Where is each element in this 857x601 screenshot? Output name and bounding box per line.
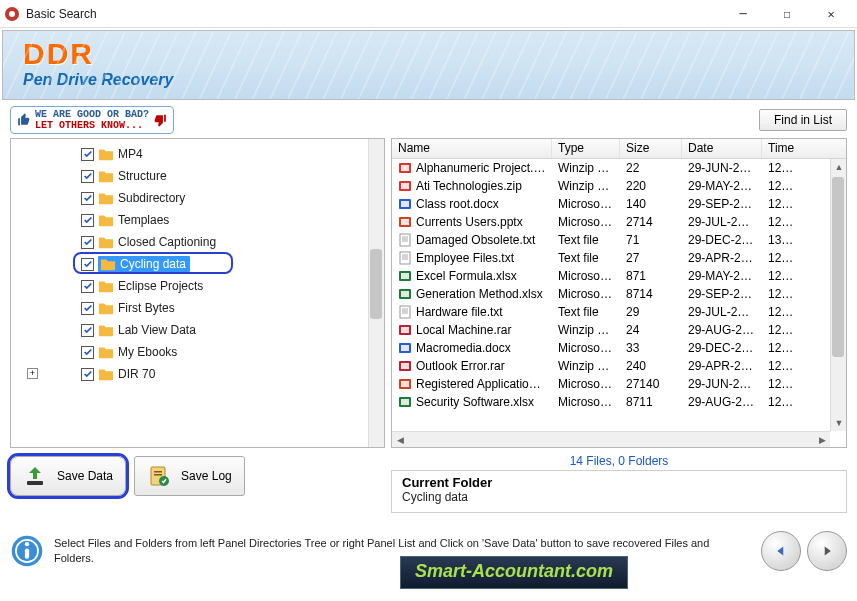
tree-checkbox[interactable] xyxy=(81,324,94,337)
cell-size: 8714 xyxy=(620,285,682,303)
tree-item[interactable]: Eclipse Projects xyxy=(51,275,384,297)
cell-name: Macromedia.docx xyxy=(392,339,552,358)
feedback-line2: LET OTHERS KNOW... xyxy=(35,120,149,131)
list-row[interactable]: Security Software.xlsxMicrosoft...871129… xyxy=(392,393,846,411)
svg-rect-45 xyxy=(25,548,29,558)
list-vscrollbar[interactable]: ▲ ▼ xyxy=(830,159,846,431)
cell-time: 12:50 xyxy=(762,357,802,375)
tree-checkbox[interactable] xyxy=(81,302,94,315)
list-row[interactable]: Local Machine.rarWinzip File2429-AUG-202… xyxy=(392,321,846,339)
tree-checkbox[interactable] xyxy=(81,258,94,271)
thumbs-down-icon xyxy=(153,113,167,127)
tree-label: First Bytes xyxy=(118,301,175,315)
list-row[interactable]: Currents Users.pptxMicrosoft...271429-JU… xyxy=(392,213,846,231)
tree-item[interactable]: Structure xyxy=(51,165,384,187)
cell-type: Microsoft... xyxy=(552,267,620,285)
list-panel: Name Type Size Date Time Alphanumeric Pr… xyxy=(391,138,847,448)
xls-file-icon xyxy=(398,395,412,409)
promo-banner[interactable]: Smart-Accountant.com xyxy=(400,556,628,589)
tree-item[interactable]: Templaes xyxy=(51,209,384,231)
col-time[interactable]: Time xyxy=(762,139,802,158)
cell-date: 29-JUN-2023 xyxy=(682,375,762,393)
scroll-left-arrow[interactable]: ◀ xyxy=(392,432,408,447)
scroll-up-arrow[interactable]: ▲ xyxy=(831,159,846,175)
xls-file-icon xyxy=(398,287,412,301)
tree-item[interactable]: Cycling data xyxy=(51,253,384,275)
cell-date: 29-SEP-2023 xyxy=(682,195,762,213)
list-row[interactable]: Alphanumeric Project.zipWinzip File2229-… xyxy=(392,159,846,177)
list-row[interactable]: Damaged Obsolete.txtText file7129-DEC-20… xyxy=(392,231,846,249)
cell-time: 12:50 xyxy=(762,393,802,411)
cell-date: 29-DEC-2023 xyxy=(682,339,762,357)
tree-checkbox[interactable] xyxy=(81,236,94,249)
cell-type: Winzip File xyxy=(552,177,620,195)
cell-date: 29-JUL-2023 xyxy=(682,213,762,231)
list-row[interactable]: Class root.docxMicrosoft...14029-SEP-202… xyxy=(392,195,846,213)
folder-icon xyxy=(98,301,114,315)
svg-rect-19 xyxy=(401,273,409,279)
back-button[interactable] xyxy=(761,531,801,571)
window-title: Basic Search xyxy=(26,7,721,21)
list-row[interactable]: Macromedia.docxMicrosoft...3329-DEC-2023… xyxy=(392,339,846,357)
list-row[interactable]: Hardware file.txtText file2929-JUL-20231… xyxy=(392,303,846,321)
save-log-button[interactable]: Save Log xyxy=(134,456,245,496)
tree-item[interactable]: First Bytes xyxy=(51,297,384,319)
list-row[interactable]: Excel Formula.xlsxMicrosoft...87129-MAY-… xyxy=(392,267,846,285)
col-date[interactable]: Date xyxy=(682,139,762,158)
tree-item[interactable]: My Ebooks xyxy=(51,341,384,363)
list-row[interactable]: Outlook Error.rarWinzip File24029-APR-20… xyxy=(392,357,846,375)
list-row[interactable]: Registered Applications.p...Microsoft...… xyxy=(392,375,846,393)
tree-checkbox[interactable] xyxy=(81,346,94,359)
col-size[interactable]: Size xyxy=(620,139,682,158)
tree-item[interactable]: MP4 xyxy=(51,143,384,165)
cell-size: 220 xyxy=(620,177,682,195)
folder-icon xyxy=(98,213,114,227)
svg-rect-21 xyxy=(401,291,409,297)
tree-item[interactable]: Subdirectory xyxy=(51,187,384,209)
tree-scroll-thumb[interactable] xyxy=(370,249,382,319)
tree-label: My Ebooks xyxy=(118,345,177,359)
tree-item[interactable]: Lab View Data xyxy=(51,319,384,341)
cell-date: 29-AUG-2023 xyxy=(682,321,762,339)
cell-time: 12:48 xyxy=(762,213,802,231)
tree-checkbox[interactable] xyxy=(81,148,94,161)
find-in-list-button[interactable]: Find in List xyxy=(759,109,847,131)
tree-item[interactable]: +DIR 70 xyxy=(51,363,384,385)
feedback-banner[interactable]: WE ARE GOOD OR BAD? LET OTHERS KNOW... xyxy=(10,106,174,134)
close-button[interactable]: ✕ xyxy=(809,1,853,27)
cell-size: 27 xyxy=(620,249,682,267)
svg-rect-33 xyxy=(401,381,409,387)
info-icon xyxy=(10,534,44,568)
tree-checkbox[interactable] xyxy=(81,280,94,293)
tree-label: MP4 xyxy=(118,147,143,161)
scroll-right-arrow[interactable]: ▶ xyxy=(814,432,830,447)
minimize-button[interactable]: ─ xyxy=(721,1,765,27)
tree-checkbox[interactable] xyxy=(81,192,94,205)
forward-button[interactable] xyxy=(807,531,847,571)
zip-file-icon xyxy=(398,161,412,175)
cell-date: 29-MAY-2023 xyxy=(682,177,762,195)
cell-size: 240 xyxy=(620,357,682,375)
list-hscrollbar[interactable]: ◀ ▶ xyxy=(392,431,830,447)
cell-name: Security Software.xlsx xyxy=(392,393,552,412)
forward-icon xyxy=(818,542,836,560)
svg-rect-9 xyxy=(401,219,409,225)
tree-checkbox[interactable] xyxy=(81,170,94,183)
expander-icon[interactable]: + xyxy=(27,368,38,379)
tree-label: Eclipse Projects xyxy=(118,279,203,293)
maximize-button[interactable]: ☐ xyxy=(765,1,809,27)
col-type[interactable]: Type xyxy=(552,139,620,158)
save-data-button[interactable]: Save Data xyxy=(10,456,126,496)
list-scroll-thumb[interactable] xyxy=(832,177,844,357)
tree-scrollbar[interactable] xyxy=(368,139,384,447)
list-row[interactable]: Generation Method.xlsxMicrosoft...871429… xyxy=(392,285,846,303)
folder-icon xyxy=(98,235,114,249)
list-row[interactable]: Ati Technologies.zipWinzip File22029-MAY… xyxy=(392,177,846,195)
scroll-down-arrow[interactable]: ▼ xyxy=(831,415,846,431)
tree-checkbox[interactable] xyxy=(81,214,94,227)
tree-item[interactable]: Closed Captioning xyxy=(51,231,384,253)
list-row[interactable]: Employee Files.txtText file2729-APR-2023… xyxy=(392,249,846,267)
col-name[interactable]: Name xyxy=(392,139,552,158)
tree-checkbox[interactable] xyxy=(81,368,94,381)
cell-name: Damaged Obsolete.txt xyxy=(392,231,552,250)
